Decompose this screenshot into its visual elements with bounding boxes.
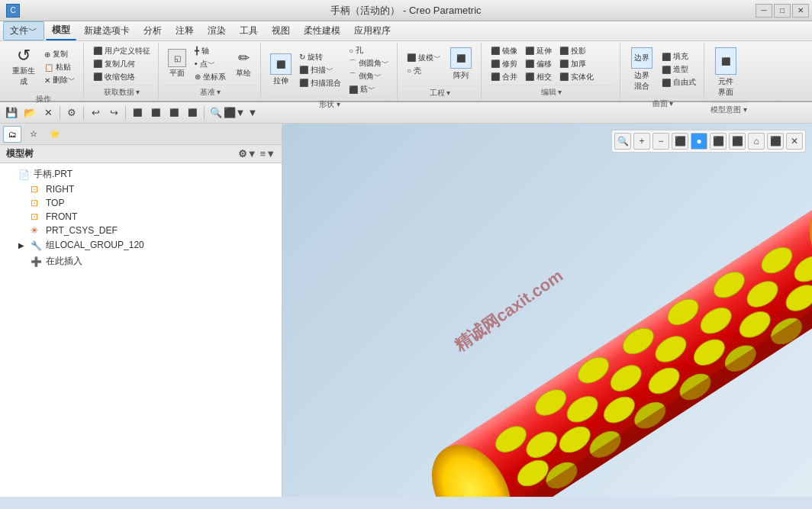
menu-annotation[interactable]: 注释 bbox=[169, 22, 200, 40]
btn-solidify[interactable]: ⬛实体化 bbox=[556, 71, 597, 83]
btn-coordinate[interactable]: ⊕坐标系 bbox=[192, 71, 229, 83]
btn-style[interactable]: ⬛造型 bbox=[659, 63, 699, 76]
tree-expand-btn[interactable]: ≡▼ bbox=[260, 148, 276, 159]
trim-icon: ⬛ bbox=[491, 60, 500, 68]
btn-shrink-wrap[interactable]: ⬛收缩包络 bbox=[90, 71, 153, 83]
btn-copy[interactable]: ⊕复制 bbox=[41, 48, 79, 60]
tree-item-part[interactable]: 📄 手柄.PRT bbox=[0, 166, 282, 182]
btn-thicken[interactable]: ⬛加厚 bbox=[556, 58, 597, 70]
toolbar-save[interactable]: 💾 bbox=[3, 105, 20, 121]
btn-hole[interactable]: ○孔 bbox=[346, 44, 392, 56]
menu-flex-model[interactable]: 柔性建模 bbox=[298, 22, 346, 40]
menu-view[interactable]: 视图 bbox=[266, 22, 296, 40]
btn-extend[interactable]: ⬛延伸 bbox=[522, 45, 555, 57]
tree-item-csys[interactable]: ✳ PRT_CSYS_DEF bbox=[0, 224, 282, 237]
btn-sweep-blend[interactable]: ⬛扫描混合 bbox=[296, 77, 344, 89]
btn-offset[interactable]: ⬛偏移 bbox=[522, 58, 555, 70]
btn-revolve[interactable]: ↻旋转 bbox=[296, 51, 344, 63]
btn-user-feature[interactable]: ⬛用户定义特征 bbox=[90, 45, 153, 57]
btn-rib[interactable]: ⬛筋﹀ bbox=[346, 83, 392, 95]
toolbar-zoom[interactable]: 🔍 bbox=[208, 105, 224, 121]
panel-tab-tree[interactable]: 🗂 bbox=[3, 126, 21, 143]
toolbar-btn1[interactable]: ⬛ bbox=[129, 105, 146, 121]
btn-axis[interactable]: ╋轴 bbox=[192, 45, 229, 57]
btn-project[interactable]: ⬛投影 bbox=[556, 45, 597, 57]
model-tree: 📄 手柄.PRT ⊡ RIGHT ⊡ TOP ⊡ FRONT ✳ PR bbox=[0, 163, 282, 497]
sketch-icon: ✏ bbox=[234, 49, 253, 67]
delete-icon: ✕ bbox=[44, 76, 50, 85]
copy-geometry-icon: ⬛ bbox=[93, 60, 102, 68]
btn-pattern[interactable]: ⬛ 阵列 bbox=[446, 44, 476, 84]
toolbar-btn2[interactable]: ⬛ bbox=[147, 105, 164, 121]
vp-close-btn[interactable]: ✕ bbox=[786, 133, 803, 150]
toolbar-btn3[interactable]: ⬛ bbox=[166, 105, 182, 121]
btn-sketch[interactable]: ✏ 草绘 bbox=[231, 47, 256, 80]
vp-fit-btn[interactable]: 🔍 bbox=[614, 133, 631, 150]
ribbon-group-model-intent: ⬛ 元件界面 模型意图 ▾ bbox=[706, 43, 752, 99]
tree-item-right[interactable]: ⊡ RIGHT bbox=[0, 182, 282, 196]
btn-mirror[interactable]: ⬛镜像 bbox=[488, 45, 520, 57]
vp-orient-btn[interactable]: ⬛ bbox=[710, 133, 727, 150]
menu-render[interactable]: 渲染 bbox=[201, 22, 232, 40]
minimize-btn[interactable]: ─ bbox=[756, 4, 772, 18]
menu-tools[interactable]: 工具 bbox=[234, 22, 264, 40]
expand-icon[interactable]: ▶ bbox=[18, 241, 27, 250]
btn-intersect[interactable]: ⬛相交 bbox=[522, 71, 555, 83]
maximize-btn[interactable]: □ bbox=[774, 4, 791, 18]
panel-tab-star2[interactable]: ⭐ bbox=[46, 126, 64, 143]
btn-paste[interactable]: 📋粘贴 bbox=[41, 61, 79, 73]
toolbar-more[interactable]: ▼ bbox=[244, 105, 261, 121]
toolbar-redo[interactable]: ↪ bbox=[105, 105, 122, 121]
btn-merge[interactable]: ⬛合并 bbox=[488, 71, 520, 83]
btn-regenerate[interactable]: ↺ 重新生成 bbox=[8, 44, 40, 90]
panel-tabs: 🗂 ☆ ⭐ bbox=[0, 124, 282, 145]
btn-sweep[interactable]: ⬛扫描﹀ bbox=[296, 64, 344, 76]
toolbar-btn4[interactable]: ⬛ bbox=[184, 105, 201, 121]
tree-settings-btn[interactable]: ⚙▼ bbox=[238, 148, 257, 159]
close-btn[interactable]: ✕ bbox=[792, 4, 809, 18]
hole-icon: ○ bbox=[349, 47, 353, 55]
btn-component-interface[interactable]: ⬛ 元件界面 bbox=[710, 44, 741, 101]
panel-tab-star1[interactable]: ☆ bbox=[24, 126, 43, 143]
btn-point[interactable]: •点﹀ bbox=[192, 58, 229, 70]
vp-zoom-out-btn[interactable]: − bbox=[652, 133, 669, 150]
toolbar-close[interactable]: ✕ bbox=[40, 105, 56, 121]
btn-trim[interactable]: ⬛修剪 bbox=[488, 58, 520, 70]
btn-plane[interactable]: ◱ 平面 bbox=[165, 47, 189, 80]
menu-apps[interactable]: 应用程序 bbox=[348, 22, 397, 40]
btn-round[interactable]: ⌒倒圆角﹀ bbox=[346, 57, 392, 69]
part-icon: 📄 bbox=[18, 169, 31, 180]
viewport-toolbar: 🔍 + − ⬛ ● ⬛ ⬛ ⌂ ⬛ ✕ bbox=[611, 130, 806, 153]
btn-draft[interactable]: ⬛拔模﹀ bbox=[404, 52, 444, 64]
menu-file[interactable]: 文件﹀ bbox=[3, 21, 44, 40]
vp-color-btn[interactable]: ● bbox=[691, 133, 707, 150]
toolbar-open[interactable]: 📂 bbox=[21, 105, 38, 121]
menu-model[interactable]: 模型 bbox=[46, 21, 76, 40]
menu-bar: 文件﹀ 模型 新建选项卡 分析 注释 渲染 工具 视图 柔性建模 应用程序 bbox=[0, 21, 812, 41]
btn-freeform[interactable]: ⬛自由式 bbox=[659, 76, 699, 89]
toolbar-settings[interactable]: ⚙ bbox=[63, 105, 80, 121]
project-icon: ⬛ bbox=[559, 47, 569, 55]
btn-fill[interactable]: ⬛填充 bbox=[659, 50, 699, 63]
vp-section-btn[interactable]: ⬛ bbox=[767, 133, 784, 150]
btn-delete[interactable]: ✕删除﹀ bbox=[41, 74, 79, 86]
vp-shade-btn[interactable]: ⬛ bbox=[672, 133, 688, 150]
revolve-icon: ↻ bbox=[299, 53, 305, 61]
btn-boundary-blend[interactable]: 边界 边界混合 bbox=[627, 44, 657, 95]
btn-extrude[interactable]: ⬛ 拉伸 bbox=[267, 52, 295, 88]
btn-chamfer[interactable]: ⌒倒角﹀ bbox=[346, 70, 392, 82]
tree-item-top[interactable]: ⊡ TOP bbox=[0, 196, 282, 210]
viewport[interactable]: 🔍 + − ⬛ ● ⬛ ⬛ ⌂ ⬛ ✕ bbox=[282, 124, 812, 497]
toolbar-undo[interactable]: ↩ bbox=[87, 105, 104, 121]
btn-shell[interactable]: ○壳 bbox=[404, 65, 444, 77]
menu-new-tab[interactable]: 新建选项卡 bbox=[78, 22, 136, 40]
vp-orient2-btn[interactable]: ⬛ bbox=[729, 133, 746, 150]
vp-zoom-in-btn[interactable]: + bbox=[633, 133, 650, 150]
btn-copy-geometry[interactable]: ⬛复制几何 bbox=[90, 58, 153, 70]
tree-item-group[interactable]: ▶ 🔧 组LOCAL_GROUP_120 bbox=[0, 237, 282, 253]
menu-analysis[interactable]: 分析 bbox=[137, 22, 168, 40]
toolbar-dropdown[interactable]: ⬛▼ bbox=[226, 105, 243, 121]
vp-home-btn[interactable]: ⌂ bbox=[748, 133, 765, 150]
tree-item-front[interactable]: ⊡ FRONT bbox=[0, 210, 282, 224]
tree-item-insert[interactable]: ➕ 在此插入 bbox=[0, 253, 282, 269]
